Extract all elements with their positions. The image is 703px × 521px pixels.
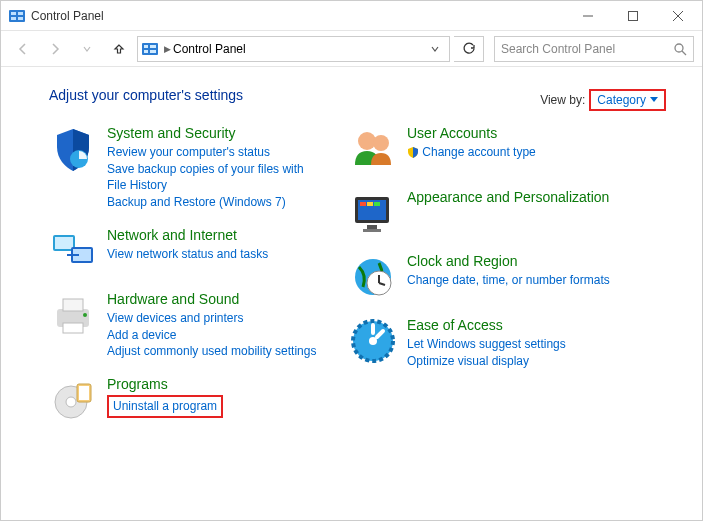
svg-rect-11 (150, 45, 156, 48)
location-icon (142, 41, 160, 57)
svg-rect-6 (628, 11, 637, 20)
svg-rect-1 (11, 12, 16, 15)
ease-of-access-icon (349, 317, 397, 365)
breadcrumb-separator-icon: ▶ (164, 44, 171, 54)
category-link[interactable]: Change account type (407, 144, 619, 161)
nav-toolbar: ▶ Control Panel Search Control Panel (1, 31, 702, 67)
category-appearance: Appearance and Personalization (349, 189, 619, 237)
control-panel-icon (9, 8, 25, 24)
category-programs: Programs Uninstall a program (49, 376, 319, 424)
minimize-button[interactable] (565, 1, 610, 30)
uac-shield-icon (407, 146, 419, 158)
address-bar[interactable]: ▶ Control Panel (137, 36, 450, 62)
appearance-icon (349, 189, 397, 237)
category-user-accounts: User Accounts Change account type (349, 125, 619, 173)
svg-rect-12 (144, 50, 148, 53)
svg-rect-36 (374, 202, 380, 206)
search-placeholder: Search Control Panel (501, 42, 673, 56)
svg-rect-24 (63, 323, 83, 333)
category-column-left: System and Security Review your computer… (49, 125, 319, 440)
svg-rect-4 (18, 17, 23, 20)
category-title[interactable]: Network and Internet (107, 227, 319, 244)
category-title[interactable]: System and Security (107, 125, 319, 142)
svg-rect-0 (9, 10, 25, 22)
category-link[interactable]: Review your computer's status (107, 144, 319, 161)
svg-rect-29 (79, 386, 89, 400)
chevron-down-icon (650, 97, 658, 103)
category-title[interactable]: Appearance and Personalization (407, 189, 619, 206)
category-link[interactable]: Change date, time, or number formats (407, 272, 619, 289)
view-by-dropdown[interactable]: Category (589, 89, 666, 111)
programs-icon (49, 376, 97, 424)
category-link[interactable]: Adjust commonly used mobility settings (107, 343, 319, 360)
forward-button[interactable] (41, 35, 69, 63)
category-clock-region: Clock and Region Change date, time, or n… (349, 253, 619, 301)
category-title[interactable]: Ease of Access (407, 317, 619, 334)
category-link[interactable]: Add a device (107, 327, 319, 344)
category-system-security: System and Security Review your computer… (49, 125, 319, 211)
category-link[interactable]: View network status and tasks (107, 246, 319, 263)
back-button[interactable] (9, 35, 37, 63)
svg-point-27 (66, 397, 76, 407)
category-title[interactable]: User Accounts (407, 125, 619, 142)
svg-rect-23 (63, 299, 83, 311)
svg-point-31 (373, 135, 389, 151)
category-ease-of-access: Ease of Access Let Windows suggest setti… (349, 317, 619, 369)
category-title[interactable]: Programs (107, 376, 319, 393)
category-title[interactable]: Clock and Region (407, 253, 619, 270)
category-link[interactable]: Save backup copies of your files with Fi… (107, 161, 319, 195)
svg-line-15 (682, 51, 686, 55)
category-link[interactable]: Let Windows suggest settings (407, 336, 619, 353)
svg-rect-3 (11, 17, 16, 20)
category-link[interactable]: Optimize visual display (407, 353, 619, 370)
svg-rect-9 (142, 43, 158, 55)
search-icon (673, 42, 687, 56)
svg-rect-18 (55, 237, 73, 249)
svg-rect-13 (150, 50, 156, 53)
title-bar: Control Panel (1, 1, 702, 31)
printer-icon (49, 291, 97, 339)
view-by-label: View by: (540, 93, 585, 107)
category-link[interactable]: View devices and printers (107, 310, 319, 327)
svg-point-14 (675, 44, 683, 52)
svg-rect-37 (367, 225, 377, 229)
recent-locations-button[interactable] (73, 35, 101, 63)
content-pane: Adjust your computer's settings View by:… (1, 67, 702, 440)
clock-icon (349, 253, 397, 301)
view-by-value: Category (597, 93, 646, 107)
svg-rect-38 (363, 229, 381, 232)
maximize-button[interactable] (610, 1, 655, 30)
category-column-right: User Accounts Change account type Appear… (349, 125, 619, 440)
network-icon (49, 227, 97, 275)
category-hardware-sound: Hardware and Sound View devices and prin… (49, 291, 319, 360)
highlighted-link: Uninstall a program (107, 395, 223, 418)
svg-rect-10 (144, 45, 148, 48)
refresh-button[interactable] (454, 36, 484, 62)
up-button[interactable] (105, 35, 133, 63)
view-by-control: View by: Category (540, 89, 666, 111)
svg-rect-2 (18, 12, 23, 15)
svg-point-45 (369, 337, 377, 345)
category-link[interactable]: Backup and Restore (Windows 7) (107, 194, 319, 211)
breadcrumb-item[interactable]: Control Panel (173, 42, 246, 56)
category-network-internet: Network and Internet View network status… (49, 227, 319, 275)
close-button[interactable] (655, 1, 700, 30)
category-link-uninstall[interactable]: Uninstall a program (113, 399, 217, 413)
svg-point-25 (83, 313, 87, 317)
svg-rect-34 (360, 202, 366, 206)
address-dropdown-icon[interactable] (425, 45, 445, 53)
window-title: Control Panel (31, 9, 104, 23)
shield-icon (49, 125, 97, 173)
search-input[interactable]: Search Control Panel (494, 36, 694, 62)
category-title[interactable]: Hardware and Sound (107, 291, 319, 308)
svg-rect-35 (367, 202, 373, 206)
user-accounts-icon (349, 125, 397, 173)
